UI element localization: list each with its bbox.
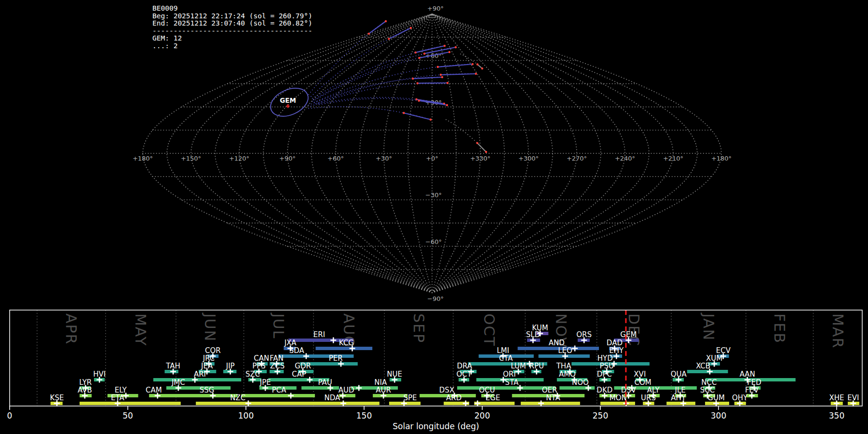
month-label: OCT: [481, 313, 498, 347]
latitude-label: −60°: [425, 238, 442, 245]
shower-code-label: GDR: [295, 362, 311, 370]
meteor-trail-solid: [477, 143, 486, 152]
trail-begin-point: [476, 63, 478, 65]
longitude-label: +330°: [470, 155, 490, 162]
longitude-label: +150°: [181, 155, 201, 162]
shower-code-label: ARI: [194, 370, 206, 379]
meteor-observation-screen: BE0009 Beg: 20251212 22:17:24 (sol = 260…: [0, 0, 868, 434]
trail-end-point: [447, 82, 448, 84]
longitude-label: +90°: [279, 155, 296, 162]
shower-code-label: JPE: [259, 378, 271, 387]
trail-begin-point: [418, 99, 420, 101]
shower-code-label: HVI: [93, 370, 106, 379]
trail-end-point: [475, 73, 477, 75]
shower-code-label: ORI: [503, 370, 516, 379]
shower-code-label: ETA: [111, 393, 124, 402]
trail-begin-point: [415, 52, 417, 54]
longitude-label: +210°: [663, 155, 683, 162]
shower-activity-bar: [457, 386, 556, 390]
month-label: JUN: [202, 312, 218, 342]
grid-meridian: [384, 14, 432, 293]
gem-count-line: GEM: 12: [152, 34, 182, 42]
shower-code-label: NTA: [546, 393, 560, 402]
shower-code-label: JEA: [201, 362, 213, 370]
axis-tick-label: 150: [356, 411, 372, 420]
meteor-trail-solid: [389, 28, 411, 39]
shower-code-label: KSE: [50, 393, 64, 402]
shower-activity-bar: [373, 394, 407, 397]
pole-label-north: +90°: [427, 5, 444, 12]
begin-time-line: Beg: 20251212 22:17:24 (sol = 260.79°): [152, 12, 312, 20]
month-label: JAN: [700, 312, 717, 341]
shower-code-label: ORS: [576, 330, 592, 339]
shower-code-label: MON: [610, 393, 627, 402]
shower-code-label: GUM: [707, 393, 725, 402]
shower-code-label: SPE: [404, 393, 417, 402]
axis-tick-label: 350: [829, 411, 844, 420]
trail-end-point: [441, 76, 443, 78]
meteor-trail-backtrack: [314, 64, 473, 102]
shower-code-label: LUM: [511, 362, 526, 370]
shower-code-label: NOO: [572, 378, 589, 387]
shower-code-label: STA: [505, 378, 519, 387]
meteor-trail-solid: [418, 83, 448, 83]
observation-header: BE0009 Beg: 20251212 22:17:24 (sol = 260…: [152, 5, 312, 50]
end-time-line: End: 20251212 23:07:40 (sol = 260.82°): [152, 19, 312, 27]
axis-tick-label: 0: [7, 411, 13, 420]
axis-tick-label: 100: [238, 411, 254, 420]
axis-tick-label: 50: [122, 411, 133, 420]
shower-code-label: ARD: [446, 393, 461, 402]
trail-end-point: [446, 104, 448, 106]
grid-meridian: [432, 14, 504, 293]
shower-code-label: PSU: [599, 362, 614, 370]
longitude-label: +0°: [426, 155, 438, 162]
month-label: MAR: [829, 313, 846, 349]
month-label: MAY: [132, 313, 149, 346]
meteor-trail-solid: [404, 113, 431, 120]
trail-end-point: [385, 20, 387, 22]
trail-begin-point: [476, 142, 478, 144]
trail-end-point: [410, 27, 412, 29]
meteor-trail-solid: [369, 21, 386, 34]
longitude-label: +180°: [133, 155, 153, 162]
meteor-trail-solid: [416, 46, 445, 53]
month-label: APR: [63, 313, 80, 345]
trail-begin-point: [437, 66, 439, 68]
header-divider: --------------------------------------: [152, 27, 312, 35]
shower-code-label: AVB: [78, 386, 92, 394]
trail-end-point: [455, 46, 457, 48]
shower-code-label: XCB: [696, 362, 710, 370]
month-label: JUL: [270, 312, 287, 339]
trail-begin-point: [368, 33, 370, 35]
trail-end-point: [485, 151, 487, 153]
shower-code-label: OHY: [732, 393, 748, 402]
longitude-label: +300°: [518, 155, 539, 162]
meteor-trail-solid: [413, 77, 442, 79]
shower-code-label: TAH: [165, 362, 180, 370]
shower-code-label: QUA: [671, 370, 687, 379]
axis-tick-label: 200: [475, 411, 490, 420]
meteor-trail-backtrack: [311, 28, 411, 96]
trail-begin-point: [423, 53, 425, 54]
axis-tick-label: 250: [593, 411, 608, 420]
longitude-label: +30°: [376, 155, 392, 162]
activity-timeline-chart: APRMAYJUNJULAUGSEPOCTNOVDECJANFEBMARKUME…: [0, 304, 868, 434]
shower-code-label: SSG: [200, 386, 215, 394]
sporadic-count-line: ...: 2: [152, 42, 177, 50]
shower-code-label: KCG: [339, 339, 354, 347]
shower-code-label: CAP: [292, 370, 306, 379]
shower-code-label: AUD: [339, 386, 354, 394]
trail-begin-point: [440, 74, 442, 76]
meteor-trail-solid: [441, 74, 476, 75]
trail-end-point: [430, 119, 432, 121]
trail-end-point: [444, 45, 446, 47]
longitude-label: +120°: [229, 155, 249, 162]
shower-code-label: JMC: [171, 378, 185, 387]
shower-code-label: AHY: [671, 393, 686, 402]
shower-code-label: EGE: [486, 393, 501, 402]
trail-begin-point: [418, 57, 420, 59]
longitude-label: +60°: [327, 155, 344, 162]
shower-code-label: PPS: [252, 362, 266, 370]
shower-code-label: AUR: [376, 386, 391, 394]
shower-activity-bar: [301, 386, 339, 390]
